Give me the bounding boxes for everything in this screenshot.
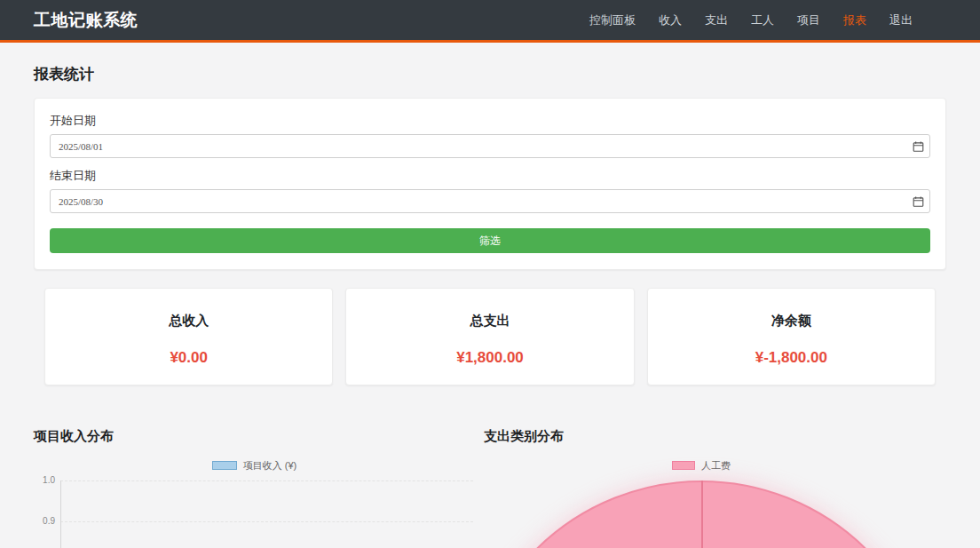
pie-slice-labor-cost bbox=[466, 480, 937, 548]
net-balance-value: ¥-1,800.00 bbox=[648, 349, 935, 367]
bar-legend-label: 项目收入 (¥) bbox=[243, 459, 297, 473]
expense-category-chart-title: 支出类别分布 bbox=[484, 428, 946, 445]
nav-item-logout[interactable]: 退出 bbox=[889, 13, 913, 27]
start-date-wrap bbox=[50, 134, 930, 158]
filter-submit-button[interactable]: 筛选 bbox=[50, 228, 930, 253]
summary-cards: 总收入 ¥0.00 总支出 ¥1,800.00 净余额 ¥-1,800.00 bbox=[44, 288, 936, 385]
page-title: 报表统计 bbox=[34, 64, 946, 84]
project-income-bar-chart: 项目收入 (¥) 1.0 0.9 0.8 bbox=[34, 460, 475, 548]
calendar-icon[interactable] bbox=[913, 140, 924, 152]
y-tick: 0.9 bbox=[34, 516, 55, 526]
pie-legend-label: 人工费 bbox=[701, 459, 731, 473]
app-title: 工地记账系统 bbox=[34, 9, 138, 32]
charts-row: 项目收入分布 项目收入 (¥) 1.0 0.9 0.8 支出类别分布 bbox=[34, 428, 946, 548]
nav-item-expense[interactable]: 支出 bbox=[705, 13, 728, 27]
total-income-card: 总收入 ¥0.00 bbox=[44, 288, 333, 385]
nav-item-workers[interactable]: 工人 bbox=[751, 13, 774, 27]
expense-category-chart-section: 支出类别分布 人工费 bbox=[484, 428, 946, 548]
project-income-chart-title: 项目收入分布 bbox=[34, 428, 475, 445]
nav-item-dashboard[interactable]: 控制面板 bbox=[589, 13, 636, 27]
y-tick: 1.0 bbox=[34, 475, 55, 485]
nav-item-projects[interactable]: 项目 bbox=[797, 13, 820, 27]
start-date-input[interactable] bbox=[50, 134, 930, 158]
end-date-label: 结束日期 bbox=[50, 168, 930, 184]
end-date-input[interactable] bbox=[50, 189, 930, 213]
bar-legend-swatch-icon bbox=[212, 461, 237, 470]
date-filter-panel: 开始日期 结束日期 筛选 bbox=[34, 98, 946, 270]
nav-links: 控制面板 收入 支出 工人 项目 报表 退出 bbox=[589, 12, 913, 28]
end-date-wrap bbox=[50, 189, 930, 213]
pie-slice-border bbox=[701, 480, 703, 548]
calendar-icon[interactable] bbox=[913, 195, 924, 207]
total-income-title: 总收入 bbox=[45, 313, 332, 330]
pie-legend-swatch-icon bbox=[672, 461, 695, 470]
start-date-label: 开始日期 bbox=[50, 113, 930, 129]
pie-chart-legend[interactable]: 人工费 bbox=[484, 460, 919, 471]
net-balance-card: 净余额 ¥-1,800.00 bbox=[647, 288, 936, 385]
total-expense-card: 总支出 ¥1,800.00 bbox=[345, 288, 634, 385]
bar-chart-plot-area: 1.0 0.9 0.8 bbox=[34, 475, 475, 548]
main-content: 报表统计 开始日期 结束日期 筛选 总收入 ¥0.0 bbox=[0, 64, 980, 548]
expense-category-pie-chart: 人工费 bbox=[484, 460, 919, 548]
nav-item-income[interactable]: 收入 bbox=[659, 13, 682, 27]
navbar: 工地记账系统 控制面板 收入 支出 工人 项目 报表 退出 bbox=[0, 0, 980, 43]
project-income-chart-section: 项目收入分布 项目收入 (¥) 1.0 0.9 0.8 bbox=[34, 428, 475, 548]
gridline bbox=[60, 480, 473, 481]
bar-chart-legend[interactable]: 项目收入 (¥) bbox=[34, 460, 475, 471]
net-balance-title: 净余额 bbox=[648, 313, 935, 330]
total-expense-title: 总支出 bbox=[346, 313, 633, 330]
gridline bbox=[60, 521, 473, 522]
total-income-value: ¥0.00 bbox=[45, 349, 332, 367]
total-expense-value: ¥1,800.00 bbox=[346, 349, 633, 367]
nav-item-reports[interactable]: 报表 bbox=[843, 13, 866, 27]
y-axis-line bbox=[60, 480, 61, 548]
